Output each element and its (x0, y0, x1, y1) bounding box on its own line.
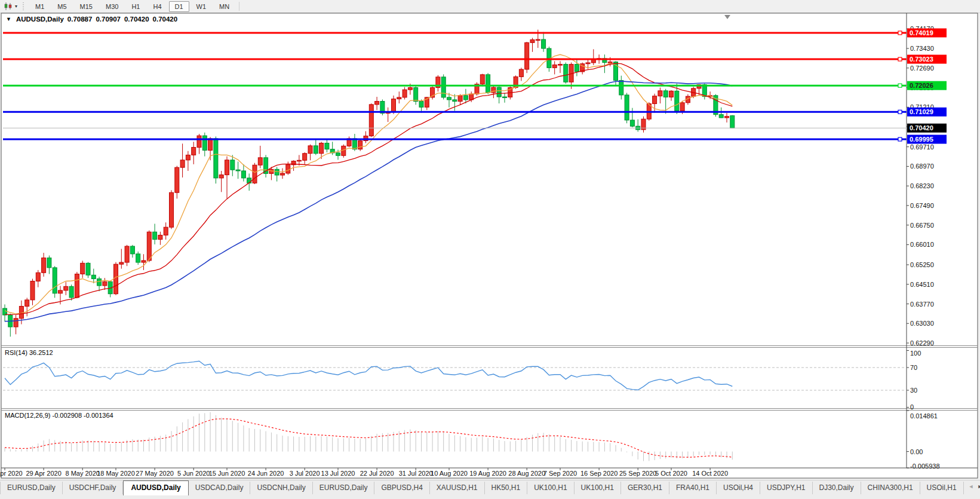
tab-usdcnh-daily[interactable]: USDCNH,Daily (250, 482, 312, 494)
hline-handle[interactable] (898, 31, 902, 35)
macd-tick-label: 0.00 (910, 448, 923, 455)
tab-ger30-h1[interactable]: GER30,H1 (621, 482, 669, 494)
date-tick-label: 22 Jul 2020 (360, 470, 394, 477)
chart-title: ▼ AUDUSD,Daily 0.70887 0.70907 0.70420 0… (6, 16, 177, 23)
candle-body (14, 319, 18, 327)
candle-body (403, 90, 407, 97)
candle-body (42, 258, 46, 273)
price-tick-label: 0.62290 (910, 339, 934, 347)
tab-usoil-h1[interactable]: USOil,H1 (920, 482, 964, 494)
candle-body (308, 146, 312, 154)
candle-body (630, 120, 634, 126)
candle-body (480, 75, 484, 84)
tab-usdcad-daily[interactable]: USDCAD,Daily (189, 482, 251, 494)
quote-open: 0.70887 (67, 16, 93, 23)
tab-hk50-h1[interactable]: HK50,H1 (485, 482, 528, 494)
candle-body (419, 102, 423, 108)
candle-body (69, 286, 73, 298)
tab-eurusd-daily[interactable]: EURUSD,Daily (0, 482, 63, 494)
chart-tab-bar: EURUSD,DailyUSDCHF,DailyAUDUSD,DailyUSDC… (0, 480, 980, 499)
candle-body (669, 91, 674, 97)
candle-body (125, 246, 129, 262)
hline-handle[interactable] (898, 57, 902, 61)
candle-body (225, 160, 229, 175)
tab-uk100-h1[interactable]: UK100,H1 (575, 482, 621, 494)
date-tick-label: 19 Aug 2020 (469, 470, 506, 477)
current-price-label: 0.70420 (910, 124, 933, 131)
candle-body (197, 136, 201, 147)
candle-body (325, 143, 329, 149)
quote-close: 0.70420 (153, 16, 178, 23)
candle-body (158, 235, 162, 239)
candle-body (447, 97, 451, 100)
price-tick-label: 0.63770 (910, 301, 934, 308)
candle-body (36, 273, 40, 281)
candle-body (30, 281, 35, 299)
date-tick-label: 14 Oct 2020 (692, 470, 728, 477)
date-tick-label: 7 Sep 2020 (543, 470, 577, 477)
date-tick-label: 31 Jul 2020 (399, 470, 433, 477)
macd-tick-label: -0.005938 (910, 463, 940, 470)
candle-body (97, 278, 102, 286)
candle-body (441, 77, 446, 97)
tab-usdjpy-h1[interactable]: USDJPY,H1 (760, 482, 812, 494)
tab-china300-h1[interactable]: CHINA300,H1 (861, 482, 920, 494)
candle-body (119, 262, 124, 264)
date-tick-label: 18 May 2020 (97, 470, 135, 477)
macd-indicator-label: MACD(12,26,9) -0.002908 -0.001364 (5, 412, 113, 419)
candle-body (397, 97, 401, 99)
hline-handle[interactable] (898, 84, 902, 87)
rsi-indicator-label: RSI(14) 36.2512 (5, 349, 53, 356)
candle-body (147, 232, 151, 261)
candle-body (47, 258, 51, 268)
tab-gbpusd-h4[interactable]: GBPUSD,H4 (374, 482, 429, 494)
tab-scroll-right-icon[interactable]: ► (978, 483, 980, 489)
hline-price-label: 0.73023 (910, 56, 933, 63)
tab-xauusd-h1[interactable]: XAUUSD,H1 (430, 482, 485, 494)
rsi-tick-label: 30 (910, 387, 917, 394)
hline-handle[interactable] (898, 110, 902, 114)
date-tick-label: 28 Aug 2020 (508, 470, 545, 477)
date-tick-label: 10 Aug 2020 (431, 470, 468, 477)
tab-usdchf-daily[interactable]: USDCHF,Daily (63, 482, 124, 494)
candle-body (619, 81, 623, 95)
candle-body (236, 170, 240, 171)
candle-body (414, 88, 418, 102)
candle-body (103, 281, 107, 286)
quote-high: 0.70907 (96, 16, 121, 23)
candle-body (725, 117, 729, 118)
hline-price-label: 0.72026 (910, 82, 933, 89)
price-tick-label: 0.66010 (910, 241, 934, 248)
candle-body (392, 99, 396, 112)
tab-audusd-daily[interactable]: AUDUSD,Daily (123, 480, 188, 495)
tab-scroll-left-icon[interactable]: ◄ (969, 483, 974, 489)
candle-body (170, 192, 174, 227)
hline-price-label: 0.69995 (910, 136, 933, 143)
price-tick-label: 0.73430 (910, 45, 934, 52)
candle-body (497, 87, 501, 97)
price-tick-label: 0.64510 (910, 281, 934, 288)
candle-body (202, 136, 207, 150)
tab-uk100-h1[interactable]: UK100,H1 (527, 482, 574, 494)
candle-body (663, 91, 668, 97)
tab-usoil-h4[interactable]: USOil,H4 (717, 482, 760, 494)
hline-handle[interactable] (898, 137, 902, 141)
candle-body (375, 102, 379, 105)
price-tick-label: 0.66750 (910, 222, 934, 229)
candle-body (608, 62, 612, 63)
tab-fra40-h1[interactable]: FRA40,H1 (669, 482, 717, 494)
candle-body (91, 275, 96, 278)
window-menu-icon[interactable]: ▼ (6, 16, 11, 22)
candle-body (486, 75, 490, 93)
candle-body (75, 274, 79, 298)
candle-body (525, 42, 529, 69)
tab-eurusd-daily[interactable]: EURUSD,Daily (313, 482, 375, 494)
candle-body (153, 232, 157, 239)
date-tick-label: 16 Sep 2020 (580, 470, 618, 477)
tab-dj30-daily[interactable]: DJ30,Daily (813, 482, 861, 494)
candle-body (25, 300, 29, 307)
date-tick-label: 8 May 2020 (65, 470, 99, 477)
candle-body (503, 97, 507, 98)
symbol-timeframe: AUDUSD,Daily (16, 16, 64, 23)
candle-body (314, 146, 318, 154)
